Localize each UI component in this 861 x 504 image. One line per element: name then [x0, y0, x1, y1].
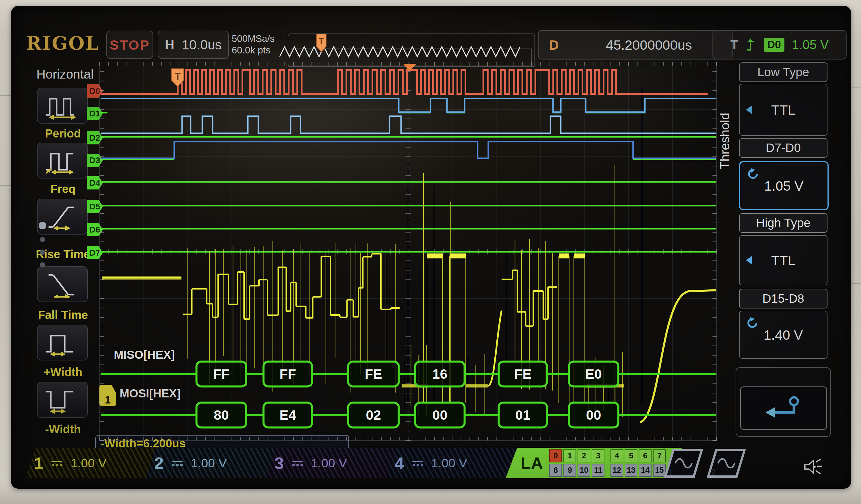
ch1-position-tag[interactable]: 1: [99, 385, 116, 406]
d7-d0-header-text: D7-D0: [766, 141, 801, 155]
acquisition-info: 500MSa/s 60.0k pts: [232, 33, 275, 56]
trigger-t-label: T: [730, 37, 738, 52]
right-menu-title-text: Threshold: [718, 113, 732, 169]
logic-analyzer-status[interactable]: LA 0123456789101112131415: [506, 448, 682, 478]
channel-tag-d5[interactable]: D5: [87, 200, 103, 213]
sine-wave-icon: [716, 457, 737, 470]
digital-channel-chip-11[interactable]: 11: [592, 464, 604, 477]
la-label: LA: [521, 453, 543, 473]
page-dot-active: [39, 222, 46, 229]
digital-channel-chip-5[interactable]: 5: [625, 449, 637, 462]
d15-d8-threshold-button[interactable]: 1.40 V: [739, 311, 828, 359]
low-type-button[interactable]: TTL: [739, 84, 828, 136]
channel-tag-d3[interactable]: D3: [87, 154, 103, 167]
digital-channel-chip-2[interactable]: 2: [577, 449, 590, 462]
left-menu-title: Horizontal: [29, 67, 101, 82]
delay-value: 45.2000000us: [576, 37, 722, 53]
dc-coupling-icon: [411, 459, 424, 467]
memory-depth: 60.0k pts: [232, 44, 275, 56]
digital-channel-chip-3[interactable]: 3: [592, 449, 604, 462]
high-type-header: High Type: [739, 213, 828, 233]
timebase-value: 10.0us: [182, 37, 222, 53]
right-menu-title: Threshold: [716, 63, 733, 219]
low-type-value: TTL: [771, 102, 795, 118]
measure-freq-button[interactable]: [37, 143, 88, 179]
channel3-status[interactable]: 3 1.00 V: [266, 448, 404, 478]
dc-coupling-icon: [291, 459, 304, 467]
measure-falltime-button[interactable]: [37, 266, 88, 302]
run-status-badge[interactable]: STOP: [106, 31, 153, 59]
sample-rate: 500MSa/s: [232, 33, 275, 44]
menu-page-dots[interactable]: [39, 222, 46, 267]
rotate-icon: [747, 168, 759, 180]
miso-bus-label: MISO[HEX]: [114, 348, 175, 361]
channel4-status[interactable]: 4 1.00 V: [386, 448, 523, 478]
minus-width-icon: [44, 386, 81, 414]
digital-channel-chip-15[interactable]: 15: [653, 464, 666, 477]
left-triangle-icon: [745, 254, 753, 266]
digital-channel-chip-8[interactable]: 8: [549, 464, 562, 477]
channel-tag-d0[interactable]: D0: [87, 84, 103, 98]
mosi-bus-label: MOSI[HEX]: [120, 387, 181, 400]
measure-pwidth-label: +Width: [20, 366, 106, 379]
channel-tag-d6[interactable]: D6: [87, 223, 103, 236]
digital-channel-chip-12[interactable]: 12: [611, 464, 623, 477]
digital-channel-chip-9[interactable]: 9: [563, 464, 576, 477]
h-label: H: [165, 37, 175, 52]
d7-d0-threshold-value: 1.05 V: [764, 178, 804, 194]
page-dot: [40, 250, 45, 255]
high-type-button[interactable]: TTL: [739, 235, 828, 285]
channel2-status[interactable]: 2 1.00 V: [146, 448, 283, 478]
digital-channel-chip-4[interactable]: 4: [611, 449, 623, 462]
channel2-number: 2: [154, 453, 164, 473]
page-dot: [40, 262, 45, 267]
channel3-scale: 1.00 V: [311, 456, 347, 470]
d7-d0-header: D7-D0: [739, 138, 828, 158]
low-type-header: Low Type: [739, 62, 828, 82]
d15-d8-header-text: D15-D8: [763, 292, 804, 306]
channel4-scale: 1.00 V: [431, 456, 467, 470]
run-status-text: STOP: [109, 37, 150, 53]
measure-pwidth-button[interactable]: [37, 325, 88, 361]
channel1-scale: 1.00 V: [70, 456, 106, 470]
d7-d0-threshold-button[interactable]: 1.05 V: [739, 161, 829, 210]
bezel-seam: [0, 95, 12, 96]
measure-nwidth-label: -Width: [20, 423, 106, 436]
sine-wave-icon: [673, 457, 694, 470]
measure-nwidth-button[interactable]: [37, 382, 88, 418]
channel1-number: 1: [34, 453, 43, 473]
waveform-preview-strip: [291, 48, 532, 66]
d15-d8-header: D15-D8: [739, 289, 828, 308]
channel-tag-d1[interactable]: D1: [87, 107, 103, 120]
period-icon: [44, 92, 81, 120]
rise-time-icon: [44, 203, 81, 230]
digital-channel-chip-6[interactable]: 6: [639, 449, 652, 462]
freq-icon: [44, 147, 81, 174]
trigger-level-value: 1.05 V: [792, 38, 829, 52]
plus-width-icon: [44, 329, 81, 356]
bezel-seam: [0, 185, 12, 186]
measure-period-button[interactable]: [37, 88, 88, 124]
rising-edge-icon: [746, 37, 756, 52]
digital-channel-chip-0[interactable]: 0: [549, 449, 562, 462]
dc-coupling-icon: [50, 459, 64, 467]
digital-channel-chip-1[interactable]: 1: [563, 449, 576, 462]
digital-channel-chip-10[interactable]: 10: [577, 464, 590, 477]
speaker-icon: [803, 458, 824, 476]
high-type-value: TTL: [771, 252, 795, 268]
digital-channel-chip-13[interactable]: 13: [625, 464, 637, 477]
oscilloscope-photo: RIGOL STOP H 10.0us 500MSa/s 60.0k pts D…: [0, 0, 861, 504]
channel1-status[interactable]: 1 1.00 V: [25, 448, 163, 478]
timebase-box[interactable]: H 10.0us: [158, 31, 229, 59]
screen-glare: [98, 40, 502, 243]
digital-channel-chip-7[interactable]: 7: [653, 449, 666, 462]
scope-screen: RIGOL STOP H 10.0us 500MSa/s 60.0k pts D…: [11, 6, 851, 489]
measure-falltime-label: Fall Time: [20, 308, 106, 321]
menu-back-button[interactable]: [740, 387, 827, 430]
dc-coupling-icon: [170, 459, 184, 467]
gen2-source-button[interactable]: 2: [707, 449, 746, 478]
trigger-info-box[interactable]: T D0 1.05 V: [712, 30, 847, 59]
digital-channel-chip-14[interactable]: 14: [639, 464, 652, 477]
horizontal-delay-box[interactable]: D 45.2000000us: [538, 30, 733, 59]
channel3-number: 3: [274, 453, 284, 473]
